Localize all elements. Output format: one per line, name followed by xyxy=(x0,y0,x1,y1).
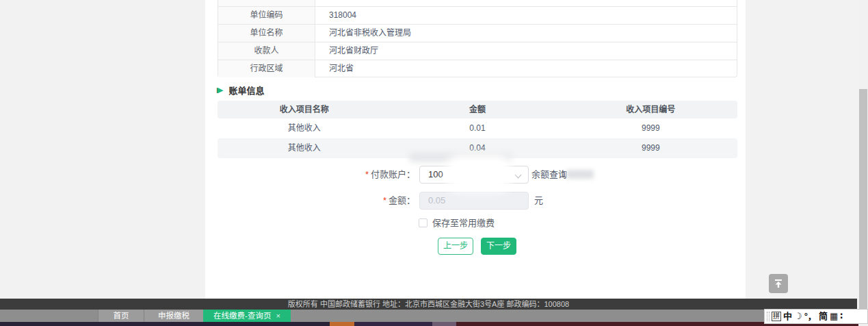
table-row: 行政区域 河北省 xyxy=(218,60,737,77)
amount-input[interactable]: 0.05 xyxy=(419,192,529,210)
scrollbar-thumb[interactable] xyxy=(859,89,867,315)
column-header: 收入项目名称 xyxy=(218,101,391,118)
fullwidth-moon-icon[interactable]: ☽ xyxy=(794,310,802,323)
info-value-cell: 河北省 xyxy=(315,60,737,77)
bill-section-header: ▶ 账单信息 xyxy=(218,84,264,95)
pinyin-badge-icon[interactable]: 拼 xyxy=(772,312,781,321)
simplified-mode-toggle[interactable]: 简 xyxy=(819,310,828,323)
column-header: 收入项目编号 xyxy=(564,101,737,118)
tab-list: 首页 申报缴税 在线缴费-查询页× xyxy=(98,310,291,322)
unit-info-table: 单位编码 318004 单位名称 河北省非税收入管理局 收款人 河北省财政厅 行… xyxy=(218,0,737,77)
required-asterisk: * xyxy=(365,169,369,179)
ime-menu-icon[interactable]: ∶ xyxy=(840,310,843,323)
bill-item-code: 9999 xyxy=(564,138,737,158)
info-value-cell: 河北省财政厅 xyxy=(315,42,737,60)
save-favorite-checkbox[interactable] xyxy=(419,218,428,227)
chevron-down-icon xyxy=(515,172,522,179)
tab-home[interactable]: 首页 xyxy=(98,310,144,322)
info-label-cell xyxy=(218,0,315,6)
column-header: 金额 xyxy=(391,101,564,118)
drag-handle-icon[interactable] xyxy=(767,312,770,321)
wallpaper-segment xyxy=(354,322,432,326)
soft-keyboard-icon[interactable]: ▦ xyxy=(830,310,838,323)
payment-account-label: *付款账户： xyxy=(301,166,415,184)
amount-value: 0.05 xyxy=(428,195,445,205)
table-row: 单位编码 318004 xyxy=(218,6,737,24)
green-play-icon: ▶ xyxy=(218,85,223,95)
wallpaper-segment xyxy=(432,322,456,326)
bill-item-code: 9999 xyxy=(564,118,737,138)
section-title: 账单信息 xyxy=(228,84,264,97)
next-step-button[interactable]: 下一步 xyxy=(481,238,516,255)
payment-account-value: 100 xyxy=(428,169,443,179)
footer-bar: 版权所有 中国邮政储蓄银行 地址：北京市西城区金融大街3号A座 邮政编码：100… xyxy=(0,299,857,310)
ime-language-bar: 拼 中 ☽ °， 简 ▦ ∶ xyxy=(764,309,868,324)
info-table-partial-row xyxy=(218,0,737,6)
tab-online-payment-query[interactable]: 在线缴费-查询页× xyxy=(203,310,291,322)
required-asterisk: * xyxy=(383,195,386,205)
redaction-blur xyxy=(566,170,594,179)
amount-unit: 元 xyxy=(534,192,543,210)
info-value-cell: 318004 xyxy=(315,7,737,24)
back-to-top-button[interactable] xyxy=(769,274,788,293)
bill-table: 收入项目名称 金额 收入项目编号 其他收入 0.01 9999 其他收入 0.0… xyxy=(218,101,737,158)
bill-item-name: 其他收入 xyxy=(218,118,391,138)
previous-step-button[interactable]: 上一步 xyxy=(438,238,473,255)
scrollbar-track[interactable] xyxy=(858,0,868,326)
table-row: 单位名称 河北省非税收入管理局 xyxy=(218,24,737,42)
bill-amount: 0.01 xyxy=(391,118,564,138)
info-label-cell: 单位编码 xyxy=(218,7,315,24)
screen: 单位编码 318004 单位名称 河北省非税收入管理局 收款人 河北省财政厅 行… xyxy=(0,0,868,326)
close-icon[interactable]: × xyxy=(276,312,280,320)
wallpaper-segment xyxy=(330,322,354,326)
taskbar-wallpaper-strip xyxy=(0,322,868,326)
redaction-blur xyxy=(446,155,512,192)
tab-declare-pay-tax[interactable]: 申报缴税 xyxy=(144,310,203,322)
table-row: 收款人 河北省财政厅 xyxy=(218,42,737,60)
arrow-to-top-icon xyxy=(774,279,783,288)
info-label-cell: 行政区域 xyxy=(218,60,315,77)
table-row: 其他收入 0.01 9999 xyxy=(218,118,737,138)
chinese-mode-toggle[interactable]: 中 xyxy=(783,310,792,323)
save-favorite-label: 保存至常用缴费 xyxy=(432,214,495,232)
wallpaper-segment xyxy=(0,322,330,326)
info-label-cell: 单位名称 xyxy=(218,25,315,42)
info-value-cell: 河北省非税收入管理局 xyxy=(315,25,737,42)
amount-label: *金额： xyxy=(301,192,415,210)
bill-table-header-row: 收入项目名称 金额 收入项目编号 xyxy=(218,101,737,118)
punctuation-mode-icon[interactable]: °， xyxy=(804,310,817,323)
bill-item-name: 其他收入 xyxy=(218,138,391,158)
tab-bar: 首页 申报缴税 在线缴费-查询页× xyxy=(0,310,857,322)
info-label-cell: 收款人 xyxy=(218,42,315,60)
copyright-text: 版权所有 中国邮政储蓄银行 地址：北京市西城区金融大街3号A座 邮政编码：100… xyxy=(288,300,569,308)
info-value-cell xyxy=(315,0,737,6)
